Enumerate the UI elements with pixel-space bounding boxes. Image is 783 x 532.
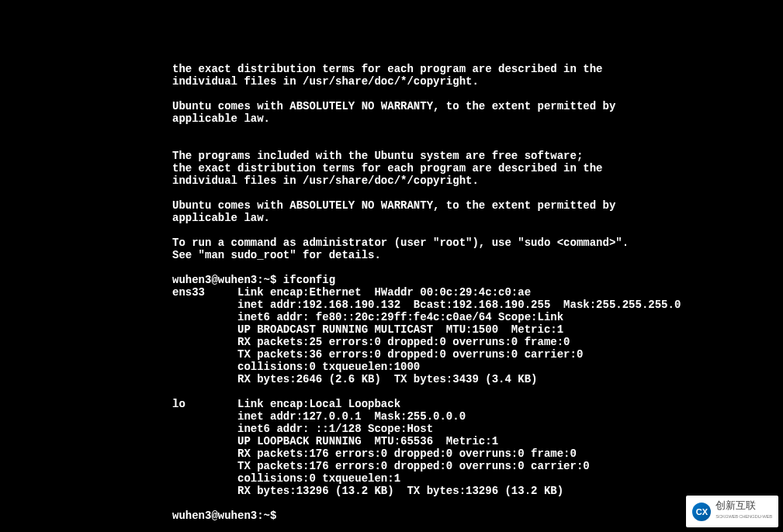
motd-line: To run a command as administrator (user … bbox=[172, 237, 629, 249]
ifconfig-line: RX packets:25 errors:0 dropped:0 overrun… bbox=[172, 336, 570, 348]
shell-prompt: wuhen3@wuhen3:~$ bbox=[172, 274, 283, 286]
cursor-icon bbox=[283, 511, 289, 522]
motd-line: the exact distribution terms for each pr… bbox=[172, 162, 603, 174]
motd-line: individual files in /usr/share/doc/*/cop… bbox=[172, 174, 479, 187]
motd-line: Ubuntu comes with ABSOLUTELY NO WARRANTY… bbox=[172, 100, 615, 112]
terminal-output[interactable]: the exact distribution terms for each pr… bbox=[172, 50, 681, 522]
motd-line: applicable law. bbox=[172, 112, 270, 125]
ifconfig-line: TX packets:176 errors:0 dropped:0 overru… bbox=[172, 460, 590, 472]
ifconfig-line: collisions:0 txqueuelen:1000 bbox=[172, 361, 420, 373]
watermark-badge: CX 创新互联 SCKGWEB CHENGDU-WEB bbox=[686, 496, 778, 527]
ifconfig-line: UP LOOPBACK RUNNING MTU:65536 Metric:1 bbox=[172, 435, 498, 447]
ifconfig-line: RX bytes:2646 (2.6 KB) TX bytes:3439 (3.… bbox=[172, 373, 537, 385]
motd-line: Ubuntu comes with ABSOLUTELY NO WARRANTY… bbox=[172, 199, 615, 212]
watermark-sub: SCKGWEB CHENGDU-WEB bbox=[715, 510, 772, 523]
ifconfig-line: inet addr:192.168.190.132 Bcast:192.168.… bbox=[172, 299, 681, 311]
motd-line: The programs included with the Ubuntu sy… bbox=[172, 150, 583, 162]
ifconfig-line: lo Link encap:Local Loopback bbox=[172, 398, 400, 410]
watermark-logo-icon: CX bbox=[692, 503, 711, 521]
ifconfig-line: ens33 Link encap:Ethernet HWaddr 00:0c:2… bbox=[172, 286, 531, 299]
ifconfig-line: inet6 addr: ::1/128 Scope:Host bbox=[172, 423, 433, 435]
ifconfig-line: RX packets:176 errors:0 dropped:0 overru… bbox=[172, 447, 577, 460]
motd-line: applicable law. bbox=[172, 212, 270, 224]
ifconfig-line: inet addr:127.0.0.1 Mask:255.0.0.0 bbox=[172, 410, 466, 423]
ifconfig-line: inet6 addr: fe80::20c:29ff:fe4c:c0ae/64 … bbox=[172, 311, 563, 323]
ifconfig-line: TX packets:36 errors:0 dropped:0 overrun… bbox=[172, 348, 583, 361]
watermark-brand: 创新互联 bbox=[715, 500, 772, 510]
ifconfig-line: collisions:0 txqueuelen:1 bbox=[172, 472, 400, 485]
motd-line: See "man sudo_root" for details. bbox=[172, 249, 381, 261]
command-text: ifconfig bbox=[283, 274, 335, 286]
ifconfig-line: RX bytes:13296 (13.2 KB) TX bytes:13296 … bbox=[172, 485, 563, 497]
motd-line: the exact distribution terms for each pr… bbox=[172, 63, 603, 75]
motd-line: individual files in /usr/share/doc/*/cop… bbox=[172, 75, 479, 88]
ifconfig-line: UP BROADCAST RUNNING MULTICAST MTU:1500 … bbox=[172, 323, 563, 336]
shell-prompt[interactable]: wuhen3@wuhen3:~$ bbox=[172, 510, 283, 522]
